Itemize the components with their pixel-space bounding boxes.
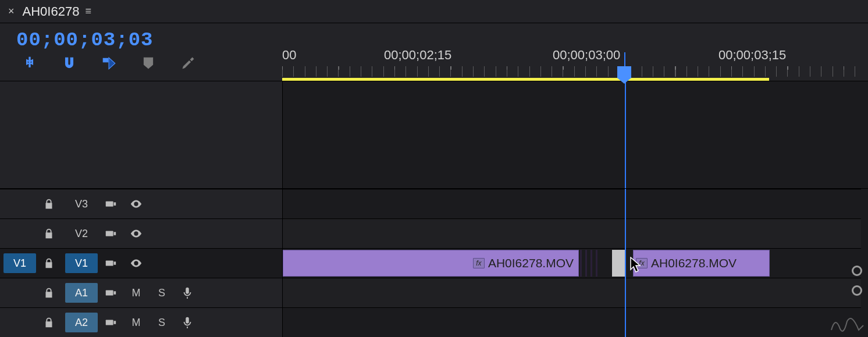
track-v2-lane[interactable] <box>283 218 861 248</box>
solo-track-button[interactable]: S <box>149 313 175 332</box>
track-a1-lane[interactable] <box>283 278 861 307</box>
solo-track-button[interactable]: S <box>149 283 175 303</box>
source-patch-v2[interactable] <box>3 224 36 243</box>
track-header-spacer <box>0 81 282 188</box>
mute-track-button[interactable]: M <box>123 283 149 303</box>
clip-a[interactable]: fx AH0I6278.MOV <box>283 250 579 277</box>
svg-rect-10 <box>114 321 116 324</box>
ruler-label: 00;00;02;15 <box>384 48 451 63</box>
track-header-v1: V1V1 <box>0 248 282 278</box>
ruler-label: 00;00;03;00 <box>553 48 620 63</box>
source-patch-a2[interactable] <box>3 313 36 332</box>
lock-track-icon[interactable] <box>36 283 62 303</box>
sync-lock-icon[interactable] <box>98 194 123 214</box>
target-patch-a2[interactable]: A2 <box>65 313 98 332</box>
lock-track-icon[interactable] <box>36 313 62 332</box>
settings-wrench-icon[interactable] <box>180 56 195 71</box>
sync-lock-icon[interactable] <box>98 224 123 243</box>
svg-rect-1 <box>106 201 113 206</box>
svg-rect-9 <box>106 320 113 325</box>
track-header-v2: V2 <box>0 218 282 248</box>
voiceover-record-icon[interactable] <box>175 313 200 332</box>
track-header-a1: A1MS <box>0 278 282 307</box>
svg-rect-5 <box>106 260 113 266</box>
track-content-spacer <box>282 81 868 188</box>
svg-rect-7 <box>106 290 113 295</box>
target-patch-v2[interactable]: V2 <box>65 224 98 243</box>
track-content[interactable]: fx AH0I6278.MOV fx AH0I6278.MOV <box>282 189 868 337</box>
lock-track-icon[interactable] <box>36 194 62 214</box>
lock-track-icon[interactable] <box>36 253 62 273</box>
track-v1-lane[interactable]: fx AH0I6278.MOV fx AH0I6278.MOV <box>283 248 861 278</box>
sync-lock-icon[interactable] <box>98 253 123 273</box>
timeline-tracks-region: V3V2V1V1A1MSA2MS fx AH0I6278.MOV fx A <box>0 189 868 337</box>
ruler-label: 00 <box>282 48 296 63</box>
toggle-track-output-icon[interactable] <box>123 253 149 273</box>
source-patch-v1[interactable]: V1 <box>3 253 36 273</box>
svg-rect-0 <box>103 58 108 62</box>
cut-marks <box>580 250 597 277</box>
playhead-handle[interactable] <box>617 66 631 78</box>
zoom-handle-mid[interactable] <box>852 266 862 276</box>
timeline-top-region: 00;00;03;03 0000;00;02;1500;00;03;0000;0… <box>0 23 868 81</box>
sync-lock-icon[interactable] <box>98 313 123 332</box>
snap-icon[interactable] <box>62 56 77 71</box>
toggle-track-output-icon[interactable] <box>123 224 149 243</box>
svg-rect-4 <box>114 232 116 235</box>
clip-b-name: AH0I6278.MOV <box>651 256 737 270</box>
close-panel-icon[interactable]: × <box>8 5 15 17</box>
insert-overwrite-icon[interactable] <box>22 56 37 71</box>
panel-menu-icon[interactable]: ≡ <box>85 5 91 17</box>
timeline-empty-region <box>0 81 868 189</box>
mute-track-button[interactable]: M <box>123 313 149 332</box>
cut-gap[interactable] <box>612 250 626 277</box>
track-header-v3: V3 <box>0 189 282 218</box>
zoom-handle-bottom[interactable] <box>852 285 862 296</box>
time-ruler[interactable]: 0000;00;02;1500;00;03;0000;00;03;15 <box>282 23 868 81</box>
source-patch-a1[interactable] <box>3 283 36 303</box>
clip-b[interactable]: fx AH0I6278.MOV <box>633 250 770 277</box>
voiceover-record-icon[interactable] <box>175 283 200 303</box>
ruler-label: 00;00;03;15 <box>718 48 786 63</box>
svg-rect-3 <box>106 231 113 236</box>
linked-selection-icon[interactable] <box>101 56 116 71</box>
timeline-tool-row <box>16 56 282 71</box>
fx-badge-icon[interactable]: fx <box>473 258 485 268</box>
svg-rect-2 <box>114 202 116 206</box>
track-header-a2: A2MS <box>0 307 282 337</box>
timeline-top-left: 00;00;03;03 <box>0 23 282 81</box>
playhead-line-tracks <box>625 189 626 337</box>
target-patch-v1[interactable]: V1 <box>65 253 98 273</box>
work-area-bar[interactable] <box>282 78 769 81</box>
svg-rect-8 <box>114 291 116 295</box>
ruler-ticks <box>282 66 861 77</box>
target-patch-a1[interactable]: A1 <box>65 283 98 303</box>
toggle-track-output-icon[interactable] <box>123 194 149 214</box>
lock-track-icon[interactable] <box>36 224 62 243</box>
clip-a-name: AH0I6278.MOV <box>488 256 574 270</box>
marker-icon[interactable] <box>141 56 156 71</box>
sync-lock-icon[interactable] <box>98 283 123 303</box>
target-patch-v3[interactable]: V3 <box>65 194 98 214</box>
track-headers: V3V2V1V1A1MSA2MS <box>0 189 282 337</box>
track-v3-lane[interactable] <box>283 189 861 218</box>
mouse-cursor-icon <box>629 257 642 273</box>
svg-rect-6 <box>114 261 116 265</box>
source-patch-v3[interactable] <box>3 194 36 214</box>
playhead-line-mid <box>625 81 626 188</box>
track-a2-lane[interactable] <box>283 307 861 337</box>
panel-tabbar: × AH0I6278 ≡ <box>0 0 868 23</box>
watermark-signature <box>830 313 865 336</box>
playhead-timecode[interactable]: 00;00;03;03 <box>16 29 282 51</box>
sequence-tab-title[interactable]: AH0I6278 <box>23 4 80 19</box>
